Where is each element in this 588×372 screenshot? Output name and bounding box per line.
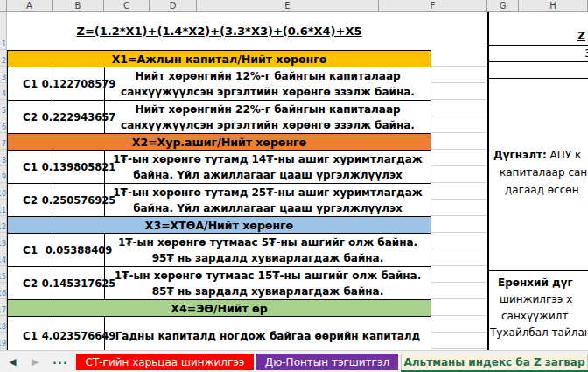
analysis-table: Х1=Ажлын капитал/Нийт хөрөнгө C1 0.12270… <box>7 50 431 354</box>
description-cell[interactable]: Нийт хөрөнгийн 22%-г байнгын капиталаар … <box>105 101 430 133</box>
row-header[interactable]: 11 <box>0 200 7 216</box>
row-header[interactable]: 1 <box>0 12 7 50</box>
sheet-tab-altman-active[interactable]: Альтманы индекс ба Z загвар <box>401 354 588 370</box>
description-cell[interactable]: 1₮-ын хөрөнгө тутмаас 5₮-ны ашгийг олж б… <box>105 234 430 266</box>
table-row: C1 0.05388409 1₮-ын хөрөнгө тутмаас 5₮-н… <box>8 234 431 267</box>
sheet-tab-bar: ◀ ▶ ... СТ-гийн харьцаа шинжилгээ Дю-Пон… <box>0 350 588 372</box>
row-header[interactable]: 13 <box>0 233 7 249</box>
select-all-corner[interactable] <box>0 0 7 11</box>
row-header[interactable]: 17 <box>0 299 7 316</box>
table-row: C2 0.222943657 Нийт хөрөнгийн 22%-г байн… <box>8 101 431 134</box>
row-header[interactable]: 15 <box>0 266 7 283</box>
description-cell[interactable]: 1₮-ын хөрөнгө тутмаас 15₮-ны ашгийг олж … <box>105 267 430 299</box>
description-cell[interactable]: 1₮-ын хөрөнгө тутамд 25₮-ны ашиг хуримтл… <box>105 184 430 216</box>
row-header[interactable]: 6 <box>0 116 7 133</box>
section-header-x4[interactable]: Х4=ЭӨ/Нийт өр <box>8 300 431 317</box>
value-cell[interactable]: 0.250576925 <box>53 184 105 216</box>
sheet-tab-dupont[interactable]: Дю-Понтын тэгшитгэл <box>256 354 398 370</box>
column-header-h[interactable]: H <box>519 0 588 11</box>
conclusion-label: Дүгнэлт: <box>494 149 547 161</box>
general-conclusion-cell[interactable]: Ерөнхий дүг шинжилгээ х санхүүжилт Тухай… <box>489 271 588 350</box>
column-header-a[interactable]: A <box>7 0 52 11</box>
row-header[interactable]: 14 <box>0 249 7 266</box>
table-row: C2 0.250576925 1₮-ын хөрөнгө тутамд 25₮-… <box>8 184 431 217</box>
table-row: C1 0.139805821 1₮-ын хөрөнгө тутамд 14₮-… <box>8 151 431 184</box>
empty-column-gridlines <box>431 50 487 350</box>
conclusion-cell[interactable]: Дүгнэлт: АПУ к капиталаар сан дагаад өсс… <box>489 79 588 271</box>
value-cell[interactable]: 0.145317625 <box>53 267 105 299</box>
table-row: C1 0.122708579 Нийт хөрөнгийн 12%-г байн… <box>8 67 431 101</box>
row-header[interactable]: 12 <box>0 216 7 233</box>
z-score-label-cell[interactable]: Z <box>489 12 588 46</box>
row-header[interactable]: 8 <box>0 150 7 166</box>
row-header[interactable]: 7 <box>0 133 7 150</box>
description-cell[interactable]: Гадны капиталд ногдож байгаа өөрийн капи… <box>105 317 430 354</box>
row-header[interactable]: 3 <box>0 67 7 83</box>
value-cell[interactable]: 4.023576649 <box>53 317 105 354</box>
row-header[interactable]: 10 <box>0 183 7 200</box>
row-header[interactable]: 18 <box>0 316 7 333</box>
column-header-b[interactable]: B <box>52 0 104 11</box>
section-header-x1[interactable]: Х1=Ажлын капитал/Нийт хөрөнгө <box>8 51 431 67</box>
value-cell[interactable]: 0.139805821 <box>53 151 105 183</box>
row-header[interactable]: 9 <box>0 166 7 183</box>
column-header-f[interactable]: F <box>379 0 487 11</box>
description-cell[interactable]: 1₮-ын хөрөнгө тутамд 14₮-ны ашиг хуримтл… <box>105 151 430 183</box>
next-sheet-icon[interactable]: ▶ <box>32 354 38 370</box>
sheet-tab-ct-ratio[interactable]: СТ-гийн харьцаа шинжилгээ <box>76 354 254 370</box>
empty-cell[interactable] <box>489 62 588 79</box>
column-header-e[interactable]: E <box>197 0 379 11</box>
row-header[interactable]: 19 <box>0 333 7 349</box>
row-header-strip: 1 2 3 4 5 6 7 8 9 10 11 12 13 14 15 16 1… <box>0 12 7 350</box>
value-cell[interactable]: 0.222943657 <box>53 101 105 133</box>
z-score-value-cell[interactable]: 3 <box>489 46 588 62</box>
summary-panel: Z 3 Дүгнэлт: АПУ к капиталаар сан дагаад… <box>487 12 588 350</box>
z-formula-text: Z=(1.2*X1)+(1.4*X2)+(3.3*X3)+(0.6*X4)+X5 <box>76 25 361 38</box>
more-sheets-icon[interactable]: ... <box>52 351 68 370</box>
column-header-g[interactable]: G <box>487 0 519 11</box>
table-row: C2 0.145317625 1₮-ын хөрөнгө тутмаас 15₮… <box>8 267 431 300</box>
prev-sheet-icon[interactable]: ◀ <box>9 354 16 370</box>
section-header-x3[interactable]: Х3=ХТӨА/Нийт хөрөнгө <box>8 217 431 234</box>
column-header-row: A B C D E F G H <box>0 0 588 12</box>
row-header[interactable]: 5 <box>0 100 7 116</box>
table-row: C1 4.023576649 Гадны капиталд ногдож бай… <box>8 317 431 354</box>
value-cell[interactable]: 0.05388409 <box>53 234 105 266</box>
column-header-d[interactable]: D <box>150 0 197 11</box>
row-header[interactable]: 4 <box>0 83 7 100</box>
row-header[interactable]: 16 <box>0 283 7 299</box>
z-formula-cell[interactable]: Z=(1.2*X1)+(1.4*X2)+(3.3*X3)+(0.6*X4)+X5 <box>7 12 431 50</box>
value-cell[interactable]: 0.122708579 <box>53 67 105 100</box>
spreadsheet-app: A B C D E F G H 1 2 3 4 5 6 7 8 9 10 11 … <box>0 0 588 372</box>
column-header-c[interactable]: C <box>104 0 150 11</box>
section-header-x2[interactable]: Х2=Хур.ашиг/Нийт хөрөнгө <box>8 134 431 151</box>
description-cell[interactable]: Нийт хөрөнгийн 12%-г байнгын капиталаар … <box>105 67 430 100</box>
row-header[interactable]: 2 <box>0 50 7 67</box>
